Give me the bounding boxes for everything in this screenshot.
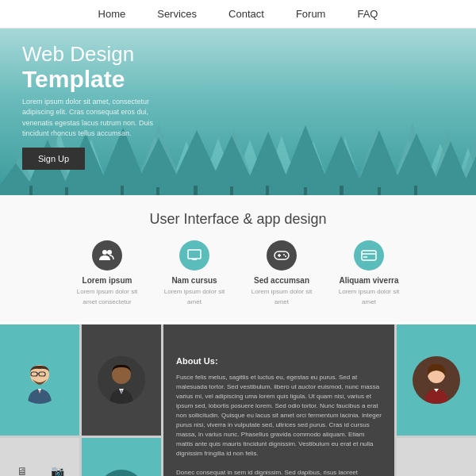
hero-section: Web Design Template Lorem ipsum dolor si… [0,29,476,195]
nav-faq[interactable]: FAQ [357,8,378,20]
nav-services[interactable]: Services [157,8,197,20]
ui-icon-4: Aliquam viverra Lorem ipsum dolor sit am… [337,240,401,306]
svg-point-55 [107,250,112,255]
svg-rect-46 [156,187,159,195]
ui-icons-row: Lorem ipsum Lorem ipsum dolor sit amet c… [24,240,452,306]
ui-section: User Interface & app design Lorem ipsum … [0,195,476,322]
svg-rect-53 [414,186,417,195]
nav-home[interactable]: Home [98,8,126,20]
about-cell: About Us: Fusce felis metus, sagittis et… [163,324,394,476]
ui-icon-people [92,240,122,271]
about-para1: Fusce felis metus, sagittis et luctus eu… [176,373,382,459]
avatar-2 [98,356,145,404]
about-content: About Us: Fusce felis metus, sagittis et… [163,344,394,476]
monitor-icon: 🖥 [17,465,28,476]
ui-icon-2-label: Nam cursus Lorem ipsum dolor sit amet [163,275,226,306]
nav-contact[interactable]: Contact [228,8,264,20]
svg-rect-50 [304,187,307,195]
svg-point-61 [285,255,286,257]
camera-icon: 📷 [51,465,64,476]
avatar-cell-2 [82,324,161,436]
svg-point-60 [283,254,285,255]
hero-content: Web Design Template Lorem ipsum dolor si… [22,43,181,170]
svg-rect-44 [65,187,68,195]
ui-icon-card [354,240,384,271]
ui-icon-3: Sed accumsan Lorem ipsum dolor sit amet [250,240,313,306]
bottom-icon-2: 📷 Nam cursus [43,465,71,476]
avatar-3 [413,356,460,404]
ui-icon-1: Lorem ipsum Lorem ipsum dolor sit amet c… [75,240,139,306]
ui-icon-1-label: Lorem ipsum Lorem ipsum dolor sit amet c… [75,275,139,306]
about-title: About Us: [176,355,382,368]
bottom-icon-1: 🖥 Lorem ipsum [8,465,36,476]
svg-rect-48 [230,186,233,195]
avatar-cell-4 [82,438,161,476]
svg-rect-43 [29,186,33,195]
bottom-icons-cell: 🖥 Lorem ipsum 📷 Nam cursus 👤 Sed accumsa… [0,438,79,476]
navigation: Home Services Contact Forum FAQ [0,0,476,29]
svg-rect-62 [362,251,376,260]
avatar-cell-3 [397,324,476,436]
ui-icon-gamepad [267,240,297,271]
signup-button[interactable]: Sign Up [22,148,85,170]
bottom-grid: About Us: Fusce felis metus, sagittis et… [0,324,476,476]
svg-rect-56 [188,250,201,259]
svg-rect-49 [266,186,269,195]
avatar-cell-1 [0,324,79,436]
bottom-icons-row: 🖥 Lorem ipsum 📷 Nam cursus 👤 Sed accumsa… [0,465,79,476]
svg-rect-45 [121,186,124,195]
empty-cell [397,438,476,476]
avatar-4 [98,470,145,476]
hero-description: Lorem ipsum dolor sit amet, consectetur … [22,97,181,140]
svg-rect-52 [378,187,381,195]
hero-title: Web Design Template [22,43,181,92]
avatar-1 [16,356,63,404]
svg-point-54 [102,250,107,255]
ui-icon-2: Nam cursus Lorem ipsum dolor sit amet [163,240,226,306]
nav-forum[interactable]: Forum [296,8,326,20]
svg-rect-47 [194,186,198,195]
svg-rect-57 [274,251,289,259]
ui-icon-monitor [179,240,209,271]
about-para2: Donec consequat in sem id dignissim. Sed… [176,468,382,476]
svg-rect-51 [340,186,344,195]
ui-icon-4-label: Aliquam viverra Lorem ipsum dolor sit am… [337,275,401,306]
ui-icon-3-label: Sed accumsan Lorem ipsum dolor sit amet [250,275,313,306]
ui-section-heading: User Interface & app design [24,211,452,228]
